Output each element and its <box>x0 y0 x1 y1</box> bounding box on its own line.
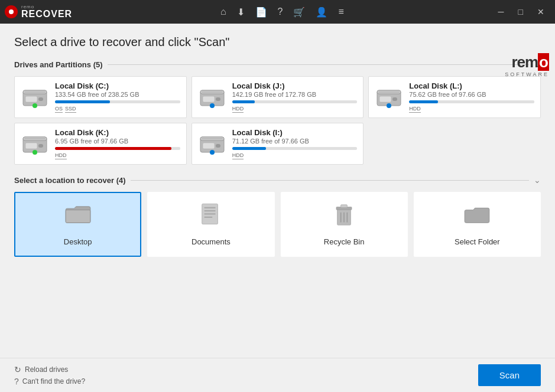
titlebar-nav: ⌂ ⬇ 📄 ? 🛒 👤 ≡ <box>220 6 344 18</box>
location-item-3[interactable]: Select Folder <box>414 192 541 257</box>
svg-rect-12 <box>379 96 391 102</box>
drive-tag: HDD <box>409 106 421 113</box>
drive-tags: HDD <box>409 106 534 113</box>
svg-rect-17 <box>25 143 37 149</box>
drive-item-1[interactable]: Local Disk (J:) 142.19 GB free of 172.78… <box>192 76 364 118</box>
location-item-0[interactable]: Desktop <box>14 192 141 257</box>
svg-rect-7 <box>203 96 215 102</box>
brand-name: remo <box>511 53 549 71</box>
svg-rect-14 <box>378 92 400 93</box>
titlebar: remo RECOVER ⌂ ⬇ 📄 ? 🛒 👤 ≡ ─ □ ✕ <box>0 0 555 24</box>
svg-rect-28 <box>204 210 215 211</box>
location-item-2[interactable]: Recycle Bin <box>281 192 408 257</box>
location-label: Documents <box>192 237 231 246</box>
app-logo: remo RECOVER <box>5 5 72 19</box>
svg-rect-30 <box>204 217 212 218</box>
svg-rect-22 <box>203 143 215 149</box>
drive-size: 75.62 GB free of 97.66 GB <box>409 91 534 98</box>
location-item-1[interactable]: Documents <box>147 192 274 257</box>
reload-drives-label: Reload drives <box>25 365 68 374</box>
drive-status-dot <box>33 150 37 155</box>
drive-size: 6.95 GB free of 97.66 GB <box>55 138 180 145</box>
svg-rect-33 <box>341 205 348 208</box>
svg-rect-2 <box>25 96 37 102</box>
brand-logo: remo SOFTWARE <box>505 53 549 77</box>
document-icon[interactable]: 📄 <box>255 6 267 18</box>
drive-size: 133.54 GB free of 238.25 GB <box>55 91 180 98</box>
drive-tags: OSSSD <box>55 106 180 113</box>
brand-software-label: SOFTWARE <box>505 71 549 77</box>
help-drive-link[interactable]: ? Can't find the drive? <box>14 377 85 386</box>
drive-tag: SSD <box>65 106 76 113</box>
drive-info: Local Disk (K:) 6.95 GB free of 97.66 GB… <box>55 128 180 159</box>
drives-section-title: Drives and Partitions (5) <box>14 60 103 69</box>
locations-expand-icon[interactable]: ⌄ <box>534 175 541 185</box>
drive-name: Local Disk (L:) <box>409 81 534 90</box>
scan-button[interactable]: Scan <box>478 364 541 386</box>
help-drive-label: Can't find the drive? <box>22 377 85 386</box>
location-icon <box>199 202 223 233</box>
drive-bar-bg <box>55 100 180 103</box>
reload-icon: ↻ <box>14 365 21 374</box>
download-icon[interactable]: ⬇ <box>237 6 245 18</box>
home-icon[interactable]: ⌂ <box>220 6 226 17</box>
maximize-button[interactable]: □ <box>512 5 529 19</box>
footer: ↻ Reload drives ? Can't find the drive? … <box>0 358 555 392</box>
locations-section-header: Select a location to recover (4) ⌄ <box>14 175 541 185</box>
drive-tags: HDD <box>232 152 358 159</box>
svg-rect-8 <box>216 97 220 101</box>
drives-section-line <box>108 64 529 65</box>
location-icon <box>462 202 492 233</box>
drive-item-4[interactable]: Local Disk (I:) 71.12 GB free of 97.66 G… <box>192 123 364 165</box>
help-circle-icon: ? <box>14 377 19 386</box>
user-icon[interactable]: 👤 <box>316 6 327 18</box>
drive-name: Local Disk (K:) <box>55 128 180 137</box>
svg-rect-23 <box>216 144 220 148</box>
locations-section-line <box>131 180 529 181</box>
drive-bar-bg <box>232 100 358 103</box>
svg-rect-25 <box>66 210 90 223</box>
drive-bar-fill <box>232 100 255 103</box>
svg-rect-19 <box>24 138 46 139</box>
drive-info: Local Disk (L:) 75.62 GB free of 97.66 G… <box>409 81 534 113</box>
menu-icon[interactable]: ≡ <box>338 6 343 17</box>
close-button[interactable]: ✕ <box>531 5 550 19</box>
drive-size: 142.19 GB free of 172.78 GB <box>232 91 358 98</box>
drive-item-3[interactable]: Local Disk (K:) 6.95 GB free of 97.66 GB… <box>14 123 187 165</box>
location-icon <box>332 202 356 233</box>
svg-rect-27 <box>204 207 215 208</box>
svg-rect-9 <box>202 92 223 93</box>
drive-status-dot <box>387 103 391 108</box>
drive-tag: HDD <box>232 106 244 113</box>
drive-tags: HDD <box>232 106 358 113</box>
drive-item-2[interactable]: Local Disk (L:) 75.62 GB free of 97.66 G… <box>368 76 541 118</box>
svg-rect-3 <box>38 97 43 101</box>
svg-rect-18 <box>38 144 43 148</box>
drive-bar-fill <box>409 100 438 103</box>
drive-bar-fill <box>55 147 171 150</box>
reload-drives-link[interactable]: ↻ Reload drives <box>14 365 85 374</box>
location-label: Select Folder <box>455 237 500 246</box>
drive-info: Local Disk (C:) 133.54 GB free of 238.25… <box>55 81 180 113</box>
drive-bar-fill <box>232 147 266 150</box>
help-icon[interactable]: ? <box>278 6 283 17</box>
drive-icon <box>198 86 226 109</box>
location-label: Desktop <box>64 237 92 246</box>
window-controls: ─ □ ✕ <box>492 5 550 19</box>
drive-item-0[interactable]: Local Disk (C:) 133.54 GB free of 238.25… <box>14 76 187 118</box>
minimize-button[interactable]: ─ <box>492 5 510 19</box>
cart-icon[interactable]: 🛒 <box>293 6 305 18</box>
drive-tag: HDD <box>55 152 67 159</box>
drive-bar-bg <box>232 147 358 150</box>
svg-rect-13 <box>392 97 397 101</box>
locations-grid: Desktop Documents Recycle Bin Select Fol… <box>14 192 541 257</box>
drive-info: Local Disk (J:) 142.19 GB free of 172.78… <box>232 81 358 113</box>
drives-section-header: Drives and Partitions (5) ⌄ <box>14 60 541 69</box>
drive-info: Local Disk (I:) 71.12 GB free of 97.66 G… <box>232 128 358 159</box>
page-title: Select a drive to recover and click "Sca… <box>14 35 541 49</box>
drives-grid: Local Disk (C:) 133.54 GB free of 238.25… <box>14 76 541 165</box>
drive-icon <box>21 132 49 156</box>
drive-tag: OS <box>55 106 63 113</box>
drive-status-dot <box>210 150 215 155</box>
drive-tag: HDD <box>232 152 244 159</box>
